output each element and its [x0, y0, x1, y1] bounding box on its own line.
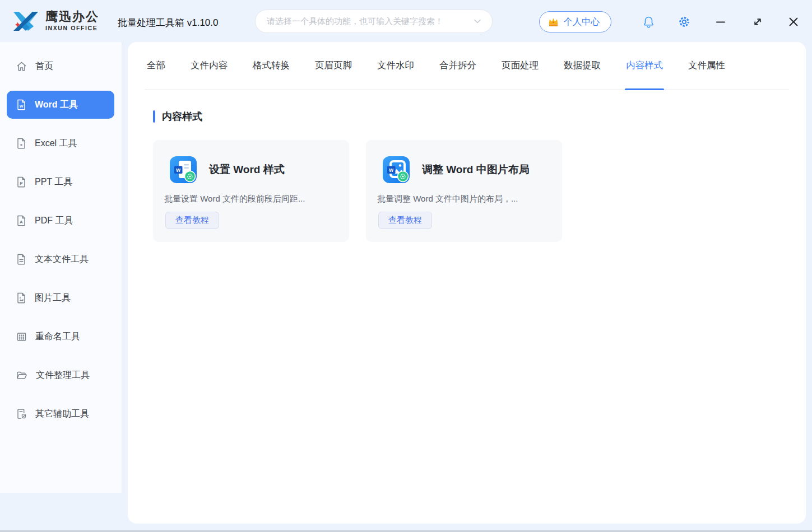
card-header: w 调整 Word 中图片布局 [377, 156, 551, 183]
sidebar-item-label: 其它辅助工具 [35, 408, 89, 420]
gear-icon [678, 16, 690, 28]
brand-name: 鹰迅办公 [45, 11, 99, 23]
sidebar-item-file-organize-tools[interactable]: 文件整理工具 [7, 361, 114, 389]
home-icon [16, 61, 27, 72]
tab-file-content[interactable]: 文件内容 [191, 42, 228, 90]
svg-text:P: P [20, 181, 23, 186]
text-doc-icon [16, 254, 26, 265]
chevron-down-icon [473, 17, 482, 26]
svg-text:w: w [19, 104, 24, 109]
svg-text:x: x [20, 142, 23, 147]
sidebar-item-label: 文件整理工具 [36, 370, 90, 381]
sidebar-item-rename-tools[interactable]: 重命名工具 [7, 323, 114, 351]
doc-shield-icon [16, 408, 27, 419]
notifications-button[interactable] [640, 13, 657, 30]
sidebar-item-label: PDF 工具 [35, 215, 73, 227]
category-tabs: 全部 文件内容 格式转换 页眉页脚 文件水印 合并拆分 页面处理 数据提取 内容… [145, 42, 789, 90]
card-header: w 设置 Word 样式 [164, 156, 338, 183]
section-header: 内容样式 [153, 110, 781, 123]
svg-text:w: w [388, 167, 393, 173]
card-title: 调整 Word 中图片布局 [422, 162, 530, 177]
settings-button[interactable] [676, 13, 693, 30]
sidebar-item-label: Excel 工具 [35, 138, 77, 150]
tab-file-attributes[interactable]: 文件属性 [688, 42, 725, 90]
sidebar-item-home[interactable]: 首页 [7, 52, 114, 80]
folder-icon [16, 370, 27, 380]
function-search-select[interactable]: 请选择一个具体的功能，也可输入关键字搜索！ [255, 10, 493, 33]
tab-merge-split[interactable]: 合并拆分 [439, 42, 476, 90]
card-title: 设置 Word 样式 [209, 162, 285, 177]
tab-content-area: 内容样式 w [128, 110, 806, 242]
sidebar-item-label: 图片工具 [35, 292, 71, 304]
app-title: 批量处理工具箱 v1.10.0 [118, 16, 219, 29]
tool-card-set-word-style[interactable]: w 设置 Word 样式 批量设置 Word 文件的段前段后间距... 查看教程 [153, 140, 349, 242]
word-style-app-icon: w [170, 156, 197, 183]
sidebar-item-text-file-tools[interactable]: 文本文件工具 [7, 245, 114, 273]
svg-text:w: w [175, 167, 180, 173]
tab-header-footer[interactable]: 页眉页脚 [315, 42, 352, 90]
tab-page-process[interactable]: 页面处理 [502, 42, 539, 90]
title-bar: 鹰迅办公 INXUN OFFICE 批量处理工具箱 v1.10.0 请选择一个具… [0, 0, 812, 42]
sidebar-item-label: Word 工具 [35, 99, 78, 111]
crown-icon [547, 17, 559, 27]
section-title: 内容样式 [162, 110, 202, 123]
image-doc-icon [16, 292, 26, 304]
tab-watermark[interactable]: 文件水印 [377, 42, 414, 90]
tool-card-adjust-word-image-layout[interactable]: w 调整 Word 中图片布局 批量调整 Word 文件中图片的布局，... 查… [366, 140, 562, 242]
inxun-logo-icon [11, 6, 40, 35]
card-description: 批量设置 Word 文件的段前段后间距... [164, 194, 338, 204]
maximize-button[interactable] [749, 13, 766, 30]
rename-grid-icon [16, 332, 27, 342]
ppt-doc-icon: P [16, 176, 26, 188]
tab-content-style[interactable]: 内容样式 [626, 42, 663, 90]
sidebar-item-label: 文本文件工具 [35, 254, 89, 265]
svg-text:A: A [20, 220, 23, 225]
minimize-button[interactable] [712, 13, 729, 30]
card-description: 批量调整 Word 文件中图片的布局，... [377, 194, 551, 204]
minimize-icon [715, 16, 726, 27]
word-image-layout-app-icon: w [383, 156, 410, 183]
view-tutorial-button[interactable]: 查看教程 [165, 212, 219, 229]
user-center-button[interactable]: 个人中心 [539, 11, 611, 32]
user-center-label: 个人中心 [564, 16, 600, 28]
bell-icon [643, 16, 655, 28]
excel-doc-icon: x [16, 138, 26, 149]
sidebar-item-image-tools[interactable]: 图片工具 [7, 284, 114, 312]
sidebar-item-label: 首页 [35, 60, 53, 72]
section-accent-bar [153, 110, 155, 123]
sidebar: 首页 w Word 工具 x Excel 工具 P PPT 工具 A PDF 工… [0, 42, 122, 493]
sidebar-item-label: 重命名工具 [35, 331, 80, 343]
search-placeholder: 请选择一个具体的功能，也可输入关键字搜索！ [267, 16, 473, 27]
expand-icon [752, 16, 763, 27]
tool-card-list: w 设置 Word 样式 批量设置 Word 文件的段前段后间距... 查看教程 [153, 140, 781, 242]
main-panel: 全部 文件内容 格式转换 页眉页脚 文件水印 合并拆分 页面处理 数据提取 内容… [128, 42, 806, 524]
word-doc-icon: w [16, 99, 26, 110]
sidebar-item-excel-tools[interactable]: x Excel 工具 [7, 129, 114, 157]
close-button[interactable] [785, 13, 802, 30]
tab-format-convert[interactable]: 格式转换 [253, 42, 290, 90]
app-logo: 鹰迅办公 INXUN OFFICE [11, 6, 99, 35]
tab-data-extract[interactable]: 数据提取 [564, 42, 601, 90]
sidebar-item-word-tools[interactable]: w Word 工具 [7, 91, 114, 119]
view-tutorial-button[interactable]: 查看教程 [378, 212, 432, 229]
tab-all[interactable]: 全部 [147, 42, 165, 90]
sidebar-item-other-tools[interactable]: 其它辅助工具 [7, 400, 114, 428]
close-icon [787, 16, 800, 28]
brand-name-en: INXUN OFFICE [45, 25, 99, 31]
sidebar-item-label: PPT 工具 [35, 176, 72, 188]
sidebar-item-ppt-tools[interactable]: P PPT 工具 [7, 168, 114, 196]
sidebar-item-pdf-tools[interactable]: A PDF 工具 [7, 207, 114, 235]
pdf-doc-icon: A [16, 215, 26, 226]
